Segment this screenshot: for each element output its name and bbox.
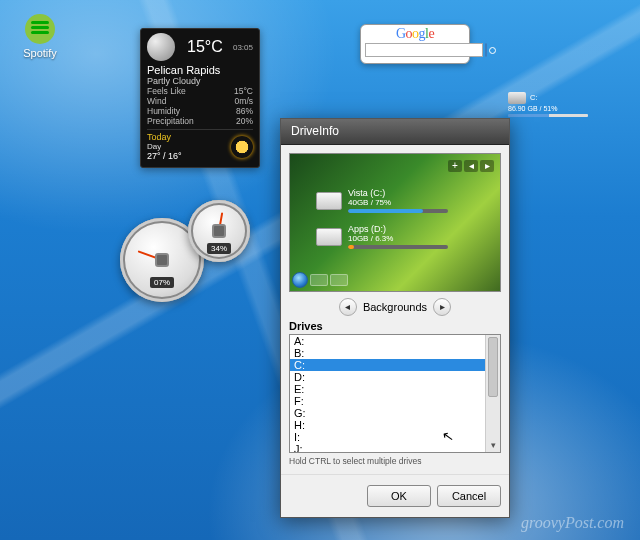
weather-gadget[interactable]: 15°C 03:05 Pelican Rapids Partly Cloudy … [140, 28, 260, 168]
drive-mini-stat: 86.90 GB / 51% [508, 105, 557, 112]
google-search-input[interactable] [365, 43, 483, 57]
drive-list-item[interactable]: E: [290, 383, 500, 395]
cancel-button[interactable]: Cancel [437, 485, 501, 507]
weather-temp: 15°C [187, 38, 223, 56]
bg-prev-button[interactable]: ◂ [339, 298, 357, 316]
preview-add-button[interactable]: + [448, 160, 462, 172]
preview-prev-button[interactable]: ◂ [464, 160, 478, 172]
drive-mini-bar [508, 114, 588, 117]
window-title: DriveInfo [291, 124, 499, 138]
google-logo: Google [365, 27, 465, 41]
google-search-gadget[interactable]: Google [360, 24, 470, 64]
spotify-icon [25, 14, 55, 44]
drive-list-item[interactable]: C: [290, 359, 500, 371]
scroll-down-icon[interactable]: ▾ [486, 438, 500, 452]
gauge-ram-value: 34% [207, 243, 231, 254]
watermark: groovyPost.com [521, 514, 624, 532]
preview-next-button[interactable]: ▸ [480, 160, 494, 172]
backgrounds-label: Backgrounds [363, 301, 427, 313]
drive-list-item[interactable]: G: [290, 407, 500, 419]
drive-list-item[interactable]: J: [290, 443, 500, 453]
drive-list-item[interactable]: I: [290, 431, 500, 443]
taskbar-button [310, 274, 328, 286]
drive-list-item[interactable]: F: [290, 395, 500, 407]
desktop-icon-label: Spotify [16, 47, 64, 59]
preview-drive-item: Apps (D:)10GB / 6.3% [316, 224, 448, 250]
hint-text: Hold CTRL to select multiple drives [289, 456, 501, 466]
scrollbar[interactable]: ▴ ▾ [485, 335, 500, 452]
sun-icon [231, 136, 253, 158]
drive-icon [316, 192, 342, 210]
preview-drive-item: Vista (C:)40GB / 75% [316, 188, 448, 214]
bg-next-button[interactable]: ▸ [433, 298, 451, 316]
drives-listbox[interactable]: A:B:C:D:E:F:G:H:I:J: ▴ ▾ [289, 334, 501, 453]
scroll-thumb[interactable] [488, 337, 498, 397]
gauge-cpu-value: 07% [150, 277, 174, 288]
taskbar-button [330, 274, 348, 286]
drive-icon [316, 228, 342, 246]
drive-mini-label: C: [530, 93, 538, 102]
weather-hilo: 27° / 16° [147, 151, 182, 161]
drives-label: Drives [289, 320, 501, 332]
desktop-icon-spotify[interactable]: Spotify [16, 14, 64, 59]
drive-list-item[interactable]: B: [290, 347, 500, 359]
driveinfo-window: DriveInfo + ◂ ▸ Vista (C:)40GB / 75%Apps… [280, 118, 510, 518]
gadget-preview: + ◂ ▸ Vista (C:)40GB / 75%Apps (D:)10GB … [289, 153, 501, 292]
drive-mini-gadget[interactable]: C: 86.90 GB / 51% [508, 92, 588, 117]
gauge-ram: 34% [188, 200, 250, 262]
titlebar[interactable]: DriveInfo [281, 119, 509, 145]
drive-icon [508, 92, 526, 104]
weather-time: 03:05 [227, 43, 253, 52]
moon-icon [147, 33, 175, 61]
drive-list-item[interactable]: H: [290, 419, 500, 431]
drive-list-item[interactable]: D: [290, 371, 500, 383]
weather-location: Pelican Rapids [147, 64, 253, 76]
start-orb-icon [292, 272, 308, 288]
ok-button[interactable]: OK [367, 485, 431, 507]
weather-today-label: Today [147, 132, 182, 142]
google-search-button[interactable] [485, 43, 487, 57]
weather-condition: Partly Cloudy [147, 76, 253, 86]
drive-list-item[interactable]: A: [290, 335, 500, 347]
